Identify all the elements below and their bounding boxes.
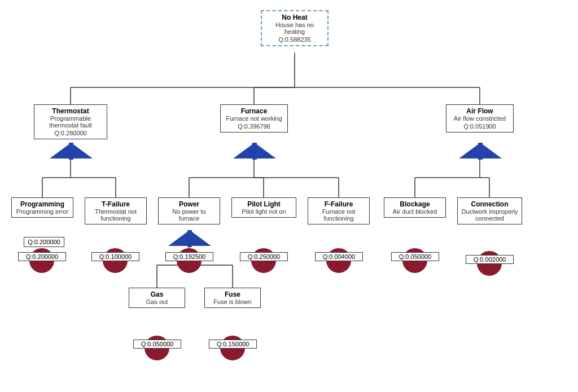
thermostat-q: Q:0.280000 (38, 130, 103, 136)
fuse-q-box: Q:0.150000 (209, 340, 257, 349)
gas-title: Gas (133, 290, 181, 298)
power-title: Power (162, 200, 216, 208)
furnace-q: Q:0.396798 (224, 123, 284, 130)
power-desc: No power to furnace (162, 208, 216, 222)
pilotlight-q-box: Q:0.250000 (240, 252, 288, 261)
root-node: No Heat House has no heating Q:0.588235 (261, 10, 329, 46)
airflow-umbrella (459, 143, 502, 160)
blockage-q-box: Q:0.050000 (391, 252, 439, 261)
gas-q-box: Q:0.050000 (133, 340, 181, 349)
root-q: Q:0.588235 (265, 36, 324, 43)
power-node: Power No power to furnace (158, 197, 220, 224)
fuse-desc: Fuse is blown (208, 298, 257, 305)
programming-node: Programming Programming error (11, 197, 73, 218)
diagram: No Heat House has no heating Q:0.588235 … (0, 0, 578, 392)
furnace-title: Furnace (224, 107, 284, 115)
gas-node: Gas Gas out (129, 288, 185, 308)
svg-rect-32 (252, 143, 257, 160)
tfailure-node: T-Failure Thermostat not functioning (85, 197, 147, 224)
ffailure-title: F-Failure (312, 200, 366, 208)
blockage-desc: Air duct blocked (388, 208, 442, 215)
airflow-desc: Air flow constricted (450, 115, 510, 122)
gas-desc: Gas out (133, 298, 181, 305)
tfailure-q-box: Q:0.100000 (91, 252, 139, 261)
ffailure-desc: Furnace not functioning (312, 208, 366, 222)
connection-title: Connection (461, 200, 518, 208)
connector-lines (0, 0, 578, 392)
connection-q-box: Q:0.002000 (466, 255, 514, 264)
connection-node: Connection Ductwork improperly connected (457, 197, 522, 224)
furnace-desc: Furnace not working (224, 115, 284, 122)
thermostat-title: Thermostat (38, 107, 103, 115)
furnace-umbrella (233, 143, 276, 160)
programming-title: Programming (15, 200, 69, 208)
power-umbrella (168, 230, 211, 247)
airflow-node: Air Flow Air flow constricted Q:0.051900 (446, 104, 514, 133)
tfailure-title: T-Failure (89, 200, 143, 208)
svg-rect-36 (187, 230, 192, 247)
programming-q-box: Q:0.200000 (18, 252, 66, 261)
programming-desc: Programming error (15, 208, 69, 215)
pilotlight-node: Pilot Light Pilot light not on (231, 197, 296, 218)
fuse-title: Fuse (208, 290, 257, 298)
furnace-node: Furnace Furnace not working Q:0.396798 (220, 104, 288, 133)
thermostat-desc: Programmable thermostat fault (38, 115, 103, 129)
thermostat-umbrella (50, 143, 93, 160)
thermostat-node: Thermostat Programmable thermostat fault… (34, 104, 107, 139)
fuse-node: Fuse Fuse is blown (204, 288, 261, 308)
root-desc: House has no heating (265, 21, 324, 35)
blockage-node: Blockage Air duct blocked (384, 197, 446, 218)
pilotlight-title: Pilot Light (235, 200, 292, 208)
programming-q: Q:0.200000 (24, 237, 64, 247)
ffailure-q-box: Q:0.004000 (315, 252, 363, 261)
blockage-title: Blockage (388, 200, 442, 208)
connection-desc: Ductwork improperly connected (461, 208, 518, 222)
airflow-title: Air Flow (450, 107, 510, 115)
power-q-box: Q:0.192500 (165, 252, 213, 261)
ffailure-node: F-Failure Furnace not functioning (308, 197, 370, 224)
svg-rect-30 (69, 143, 73, 160)
root-title: No Heat (265, 14, 324, 21)
svg-rect-34 (478, 143, 483, 160)
tfailure-desc: Thermostat not functioning (89, 208, 143, 222)
pilotlight-desc: Pilot light not on (235, 208, 292, 215)
airflow-q: Q:0.051900 (450, 123, 510, 130)
